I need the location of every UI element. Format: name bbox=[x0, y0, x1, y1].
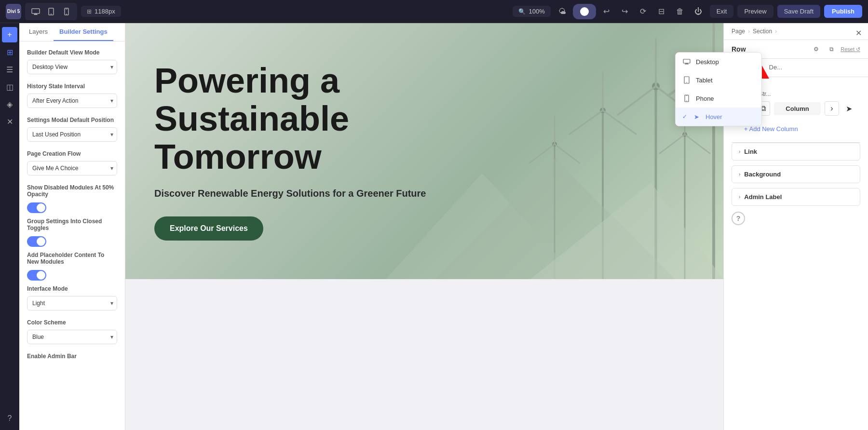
svg-rect-6 bbox=[66, 9, 68, 9]
sun-icon: 🌤 bbox=[555, 4, 570, 19]
svg-line-16 bbox=[569, 110, 603, 134]
breadcrumb-page[interactable]: Page bbox=[732, 28, 745, 35]
rail-x[interactable]: ✕ bbox=[2, 114, 17, 129]
dropdown-item-desktop[interactable]: Desktop bbox=[676, 53, 761, 71]
power-btn[interactable]: ⏻ bbox=[691, 4, 706, 19]
reset-button[interactable]: Reset ↺ bbox=[841, 46, 860, 53]
svg-line-31 bbox=[529, 144, 555, 163]
svg-rect-37 bbox=[685, 63, 688, 64]
placeholder-label: Add Placeholder Content To New Modules bbox=[27, 252, 117, 265]
breadcrumb-section[interactable]: Section bbox=[753, 28, 772, 35]
undo-btn[interactable]: ↩ bbox=[599, 4, 614, 19]
hero-text: Powering a Sustainable Tomorrow Discover… bbox=[154, 62, 444, 241]
save-draft-button[interactable]: Save Draft bbox=[777, 5, 820, 18]
admin-label-section: › Admin Label bbox=[732, 188, 860, 206]
modal-position-label: Settings Modal Default Position bbox=[27, 117, 117, 123]
svg-line-21 bbox=[659, 134, 685, 154]
admin-chevron-icon: › bbox=[739, 194, 740, 200]
panel-tabs: Layers Builder Settings bbox=[19, 23, 125, 41]
top-bar-icons: 🌤 ↩ ↪ ⟳ ⊟ 🗑 ⏻ bbox=[555, 4, 706, 19]
interface-mode-label: Interface Mode bbox=[27, 285, 117, 292]
interface-mode-select[interactable]: Light bbox=[27, 296, 117, 310]
hover-label: Hover bbox=[705, 113, 722, 121]
desktop-label: Desktop bbox=[696, 58, 719, 66]
color-scheme-select-wrapper: Blue ▾ bbox=[27, 330, 117, 344]
group-settings-toggle-row bbox=[27, 236, 117, 247]
background-section-title: Background bbox=[744, 171, 781, 178]
svg-rect-1 bbox=[34, 13, 37, 14]
copy-button[interactable]: ⧉ bbox=[826, 44, 838, 54]
rail-help[interactable]: ? bbox=[2, 411, 17, 426]
phone-btn[interactable] bbox=[60, 5, 73, 18]
svg-rect-36 bbox=[683, 59, 690, 63]
dropdown-item-phone[interactable]: Phone bbox=[676, 89, 761, 108]
tablet-btn[interactable] bbox=[44, 5, 58, 18]
theme-toggle[interactable] bbox=[573, 4, 596, 19]
background-section-header[interactable]: › Background bbox=[732, 166, 860, 183]
admin-label-section-header[interactable]: › Admin Label bbox=[732, 188, 860, 205]
zoom-display: 🔍 100% bbox=[513, 6, 550, 17]
disabled-modules-toggle[interactable] bbox=[27, 202, 46, 213]
color-scheme-select[interactable]: Blue bbox=[27, 330, 117, 344]
default-view-select-wrapper: Desktop View ▾ bbox=[27, 60, 117, 74]
cursor-icon: ➤ bbox=[692, 112, 701, 121]
svg-rect-38 bbox=[685, 64, 689, 65]
hero-section: Powering a Sustainable Tomorrow Discover… bbox=[125, 23, 723, 279]
color-scheme-label: Color Scheme bbox=[27, 319, 117, 326]
desktop-btn[interactable] bbox=[29, 5, 42, 18]
right-panel-body: Column Str... ⚙ ⧉ Column › ➤ + Add New C… bbox=[724, 77, 868, 430]
rail-theme[interactable]: ◈ bbox=[2, 96, 17, 112]
admin-label-section-title: Admin Label bbox=[744, 193, 782, 201]
svg-line-22 bbox=[685, 134, 710, 154]
trash-btn[interactable]: 🗑 bbox=[672, 4, 688, 19]
breadcrumb-sep-2: › bbox=[775, 28, 777, 35]
explore-services-button[interactable]: Explore Our Services bbox=[154, 216, 263, 241]
link-chevron-icon: › bbox=[739, 149, 740, 154]
exit-button[interactable]: Exit bbox=[710, 5, 734, 18]
link-section-header[interactable]: › Link bbox=[732, 143, 860, 160]
svg-line-11 bbox=[617, 86, 656, 115]
dropdown-item-tablet[interactable]: Tablet bbox=[676, 71, 761, 89]
group-settings-toggle[interactable] bbox=[27, 236, 46, 247]
tab-builder-settings[interactable]: Builder Settings bbox=[54, 23, 113, 41]
page-creation-select[interactable]: Give Me A Choice bbox=[27, 161, 117, 175]
publish-button[interactable]: Publish bbox=[824, 5, 862, 18]
page-creation-label: Page Creation Flow bbox=[27, 150, 117, 157]
history-btn[interactable]: ⟳ bbox=[636, 4, 651, 19]
column-label: Column bbox=[774, 102, 821, 115]
rail-pages[interactable]: ☰ bbox=[2, 62, 17, 77]
settings-gear-button[interactable]: ⚙ bbox=[810, 44, 823, 54]
column-arrow-btn[interactable]: › bbox=[825, 101, 839, 116]
default-view-select[interactable]: Desktop View bbox=[27, 60, 117, 74]
link-section-title: Link bbox=[744, 148, 757, 155]
right-header-actions: ⚙ ⧉ Reset ↺ bbox=[810, 44, 860, 54]
tablet-icon bbox=[682, 76, 691, 84]
dropdown-item-hover[interactable]: ✓ ➤ Hover bbox=[676, 108, 761, 126]
placeholder-toggle[interactable] bbox=[27, 270, 46, 281]
hero-title: Powering a Sustainable Tomorrow bbox=[154, 62, 444, 176]
rail-elements[interactable]: ◫ bbox=[2, 79, 17, 94]
tablet-label: Tablet bbox=[696, 77, 713, 84]
modal-position-select-wrapper: Last Used Position ▾ bbox=[27, 127, 117, 142]
panel-close-button[interactable]: ✕ bbox=[853, 27, 864, 39]
rail-add[interactable]: + bbox=[2, 27, 17, 42]
interface-mode-select-wrapper: Light ▾ bbox=[27, 296, 117, 310]
icon-rail: + ⊞ ☰ ◫ ◈ ✕ ? bbox=[0, 23, 19, 430]
disabled-modules-label: Show Disabled Modules At 50% Opacity bbox=[27, 184, 117, 198]
admin-bar-label: Enable Admin Bar bbox=[27, 353, 117, 360]
sliders-btn[interactable]: ⊟ bbox=[654, 4, 669, 19]
tab-layers[interactable]: Layers bbox=[23, 23, 54, 41]
modal-position-select[interactable]: Last Used Position bbox=[27, 127, 117, 142]
link-section: › Link bbox=[732, 143, 860, 161]
rail-layers[interactable]: ⊞ bbox=[2, 44, 17, 60]
preview-button[interactable]: Preview bbox=[737, 5, 773, 18]
svg-rect-0 bbox=[32, 9, 40, 13]
cursor-icon[interactable]: ➤ bbox=[843, 103, 854, 114]
device-buttons bbox=[25, 3, 77, 20]
help-icon[interactable]: ? bbox=[732, 212, 745, 225]
history-select[interactable]: After Every Action bbox=[27, 94, 117, 108]
phone-icon bbox=[682, 94, 691, 103]
phone-label: Phone bbox=[696, 95, 714, 102]
group-settings-label: Group Settings Into Closed Toggles bbox=[27, 218, 117, 231]
redo-btn[interactable]: ↪ bbox=[617, 4, 633, 19]
